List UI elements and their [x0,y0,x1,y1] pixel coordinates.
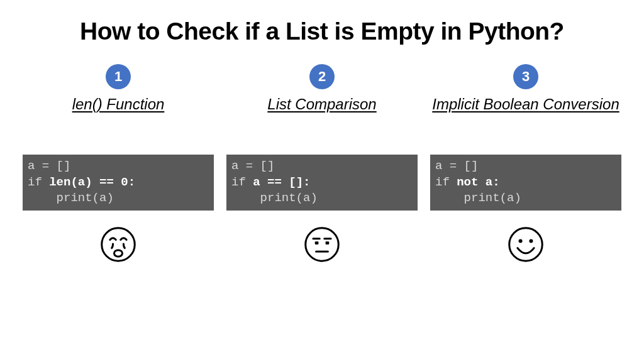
column-list-comparison: 2 List Comparison a = [] if a == []: pri… [226,64,418,263]
code-block: a = [] if not a: print(a) [430,155,621,211]
happy-face-icon [507,226,545,263]
page-title: How to Check if a List is Empty in Pytho… [23,18,621,45]
svg-point-10 [529,239,533,243]
svg-rect-6 [326,241,330,244]
badge-number: 1 [106,64,131,89]
column-heading: len() Function [72,96,165,136]
svg-point-8 [509,228,543,261]
column-heading: List Comparison [267,96,376,136]
column-implicit-boolean: 3 Implicit Boolean Conversion a = [] if … [430,64,621,263]
neutral-face-icon [303,226,341,263]
svg-rect-5 [315,241,319,244]
columns-row: 1 len() Function a = [] if len(a) == 0: … [23,64,621,263]
svg-point-2 [306,228,339,261]
code-block: a = [] if len(a) == 0: print(a) [23,155,214,211]
svg-point-9 [519,239,523,243]
slide: How to Check if a List is Empty in Pytho… [0,0,644,362]
column-heading: Implicit Boolean Conversion [432,96,619,136]
column-len-function: 1 len() Function a = [] if len(a) == 0: … [23,64,214,263]
badge-number: 3 [513,64,538,89]
badge-number: 2 [309,64,335,89]
sad-face-icon [99,226,137,263]
code-block: a = [] if a == []: print(a) [226,155,418,211]
svg-point-1 [114,250,122,256]
